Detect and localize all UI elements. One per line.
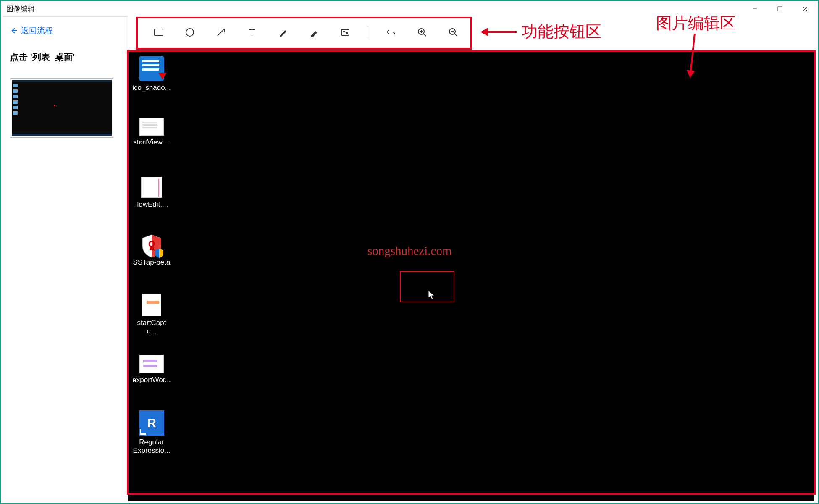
tool-arrow[interactable] xyxy=(213,24,229,41)
file-icon xyxy=(139,355,164,373)
svg-rect-22 xyxy=(150,246,154,250)
tool-highlighter[interactable] xyxy=(306,24,323,41)
maximize-button[interactable] xyxy=(767,1,793,16)
desktop-icon[interactable]: startCaptu... xyxy=(132,294,171,336)
file-icon xyxy=(139,56,164,81)
desktop-icon[interactable]: flowEdit.... xyxy=(132,177,171,209)
svg-line-19 xyxy=(454,34,457,36)
tool-zoom-in[interactable] xyxy=(414,24,430,41)
image-canvas[interactable]: ico_shado... startView.... flowEdit.... … xyxy=(128,50,814,501)
svg-line-15 xyxy=(423,34,426,36)
icon-label: SSTap-beta xyxy=(132,258,171,267)
file-icon xyxy=(141,177,162,198)
minimize-button[interactable] xyxy=(742,1,767,16)
selection-rectangle[interactable] xyxy=(400,271,454,302)
svg-rect-11 xyxy=(341,29,349,35)
desktop-icon[interactable]: startView.... xyxy=(132,118,171,147)
zoom-in-icon xyxy=(417,27,428,38)
undo-icon xyxy=(386,27,396,38)
desktop-icon[interactable]: Regular Expressio... xyxy=(132,410,171,455)
toolbar xyxy=(138,16,470,49)
svg-rect-5 xyxy=(155,29,163,36)
icon-label: exportWor... xyxy=(132,376,171,384)
highlighter-icon xyxy=(309,27,320,38)
file-icon xyxy=(139,118,164,136)
pencil-icon xyxy=(278,27,289,38)
shield-icon xyxy=(141,234,163,258)
app-icon xyxy=(139,410,164,436)
desktop-icon[interactable]: exportWor... xyxy=(132,355,171,384)
icon-label: Regular Expressio... xyxy=(132,438,171,455)
icon-label: startView.... xyxy=(132,138,171,147)
titlebar: 图像编辑 xyxy=(1,1,818,16)
sidebar: 返回流程 点击 '列表_桌面' xyxy=(3,16,127,501)
tool-ellipse[interactable] xyxy=(181,24,198,41)
editor-main: ico_shado... startView.... flowEdit.... … xyxy=(128,16,816,501)
close-button[interactable] xyxy=(793,1,818,16)
zoom-out-icon xyxy=(448,27,459,38)
svg-rect-13 xyxy=(346,32,348,34)
cursor-icon xyxy=(428,290,436,302)
mosaic-icon xyxy=(340,27,351,38)
svg-point-6 xyxy=(186,29,194,36)
tool-rectangle[interactable] xyxy=(150,24,167,41)
rectangle-icon xyxy=(153,27,164,38)
toolbar-separator xyxy=(368,26,368,39)
desktop-icon[interactable]: ico_shado... xyxy=(132,56,171,92)
screenshot-thumbnail[interactable] xyxy=(10,78,113,138)
svg-rect-1 xyxy=(778,7,782,11)
file-icon xyxy=(142,294,161,316)
tool-pencil[interactable] xyxy=(275,24,291,41)
icon-label: flowEdit.... xyxy=(132,200,171,209)
icon-label: startCaptu... xyxy=(132,319,171,336)
arrow-icon xyxy=(215,27,226,38)
icon-label: ico_shado... xyxy=(132,84,171,92)
image-editor-window: 图像编辑 返回流程 点击 '列表_桌面' xyxy=(1,1,818,503)
text-icon xyxy=(247,27,257,38)
tool-text[interactable] xyxy=(244,24,260,41)
desktop-icon[interactable]: SSTap-beta xyxy=(132,234,171,267)
window-title: 图像编辑 xyxy=(6,4,35,14)
tool-mosaic[interactable] xyxy=(337,24,354,41)
svg-line-7 xyxy=(218,29,224,36)
arrow-left-icon xyxy=(10,27,18,34)
svg-rect-12 xyxy=(343,31,345,32)
back-to-flow-link[interactable]: 返回流程 xyxy=(10,25,120,36)
tool-undo[interactable] xyxy=(383,24,399,41)
watermark-text: songshuhezi.com xyxy=(368,244,452,258)
ellipse-icon xyxy=(184,27,195,38)
tool-zoom-out[interactable] xyxy=(445,24,462,41)
back-label: 返回流程 xyxy=(21,25,53,36)
step-title: 点击 '列表_桌面' xyxy=(10,51,120,63)
